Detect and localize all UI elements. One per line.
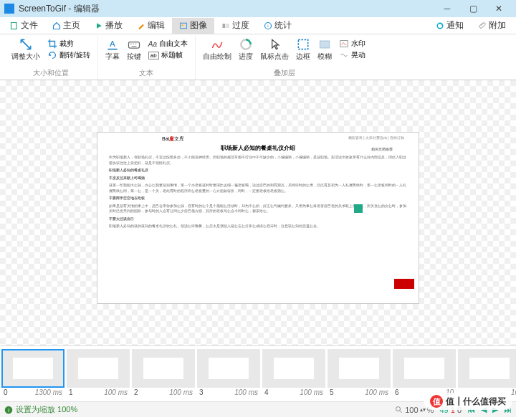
svg-rect-3 — [223, 24, 226, 28]
ribbon-group-text: A字幕 按键 Aa自由文本 ab标题帧 文本 — [98, 36, 196, 80]
shake-button[interactable]: 晃动 — [336, 49, 368, 61]
timeline-frame[interactable]: 5100 ms — [328, 349, 391, 400]
crop-button[interactable]: 裁剪 — [44, 38, 93, 49]
notify-button[interactable]: 通知 — [429, 18, 471, 34]
smzdm-icon: 值 — [430, 395, 443, 408]
title-frame-button[interactable]: ab标题帧 — [145, 49, 191, 61]
info-icon: i — [4, 406, 13, 414]
ribbon-group-size: 调整大小 裁剪 翻转/旋转 大小和位置 — [4, 36, 98, 80]
ribbon-group-overlay: 自由绘制 进度 鼠标点击 边框 模糊 水印 晃动 叠加层 — [196, 36, 373, 80]
doc-action-button — [394, 279, 414, 289]
doc-nav: 精彩百科 | 文库付费自由 | 在线订购 — [348, 135, 404, 140]
doc-sidebar: 相关文档推荐 — [371, 147, 414, 151]
smzdm-watermark: 值 值┃什么值得买 — [424, 393, 512, 410]
svg-text:A: A — [110, 39, 115, 48]
status-message: i 设置为缩放 100% — [4, 404, 77, 415]
svg-line-23 — [400, 410, 402, 412]
tab-edit[interactable]: 编辑 — [130, 18, 172, 34]
free-text-button[interactable]: Aa自由文本 — [145, 38, 191, 49]
svg-point-2 — [181, 24, 183, 26]
svg-text:i: i — [267, 24, 268, 28]
close-button[interactable]: ✕ — [486, 0, 512, 17]
title-bar: ScreenToGif - 编辑器 ─ ▢ ✕ — [0, 0, 516, 17]
free-draw-button[interactable]: 自由绘制 — [200, 36, 234, 63]
border-button[interactable]: 边框 — [293, 36, 313, 63]
tab-home[interactable]: 主页 — [45, 18, 87, 34]
maximize-button[interactable]: ▢ — [460, 0, 486, 17]
minimize-button[interactable]: ─ — [434, 0, 460, 17]
canvas-area[interactable]: Bai度文库 精彩百科 | 文库付费自由 | 在线订购 职场新人必知的餐桌礼仪介… — [0, 80, 516, 345]
keystrokes-button[interactable]: 按键 — [124, 36, 144, 63]
zoom-icon — [395, 406, 403, 414]
svg-rect-10 — [128, 42, 139, 48]
resize-button[interactable]: 调整大小 — [9, 36, 43, 63]
timeline-frame[interactable]: 2100 ms — [132, 349, 195, 400]
attach-button[interactable]: 附加 — [471, 18, 513, 34]
tab-stats[interactable]: i统计 — [257, 18, 299, 34]
watermark-button[interactable]: 水印 — [336, 38, 368, 49]
caption-button[interactable]: A字幕 — [102, 36, 123, 63]
flip-rotate-button[interactable]: 翻转/旋转 — [44, 49, 93, 61]
svg-point-22 — [396, 406, 401, 411]
tab-play[interactable]: 播放 — [87, 18, 130, 34]
blur-button[interactable]: 模糊 — [315, 36, 335, 63]
ribbon: 调整大小 裁剪 翻转/旋转 大小和位置 A字幕 按键 Aa自由文本 ab标题帧 … — [0, 34, 516, 80]
timeline-frame[interactable]: 3100 ms — [197, 349, 260, 400]
tab-image[interactable]: 图像 — [172, 18, 214, 34]
app-icon — [4, 4, 14, 14]
svg-rect-17 — [320, 41, 329, 48]
svg-rect-4 — [226, 24, 229, 28]
cursor-click-button[interactable]: 鼠标点击 — [257, 36, 292, 63]
window-title: ScreenToGif - 编辑器 — [19, 3, 100, 15]
tab-transition[interactable]: 过度 — [214, 18, 257, 34]
tab-file[interactable]: 文件 — [3, 18, 45, 34]
timeline-frame[interactable]: 01300 ms — [1, 349, 64, 400]
menu-bar: 文件 主页 播放 编辑 图像 过度 i统计 通知 附加 — [0, 17, 516, 34]
svg-rect-1 — [181, 23, 187, 29]
progress-button[interactable]: 进度 — [236, 36, 256, 63]
share-badge — [354, 204, 363, 213]
doc-title: 职场新人必知的餐桌礼仪介绍 — [109, 144, 407, 152]
frame-preview: Bai度文库 精彩百科 | 文库付费自由 | 在线订购 职场新人必知的餐桌礼仪介… — [97, 132, 419, 304]
timeline-frame[interactable]: 4100 ms — [262, 349, 325, 400]
timeline-frame[interactable]: 1100 ms — [67, 349, 130, 400]
svg-rect-16 — [298, 39, 307, 49]
svg-rect-0 — [11, 22, 17, 29]
baidu-logo: Bai度文库 — [162, 135, 184, 143]
